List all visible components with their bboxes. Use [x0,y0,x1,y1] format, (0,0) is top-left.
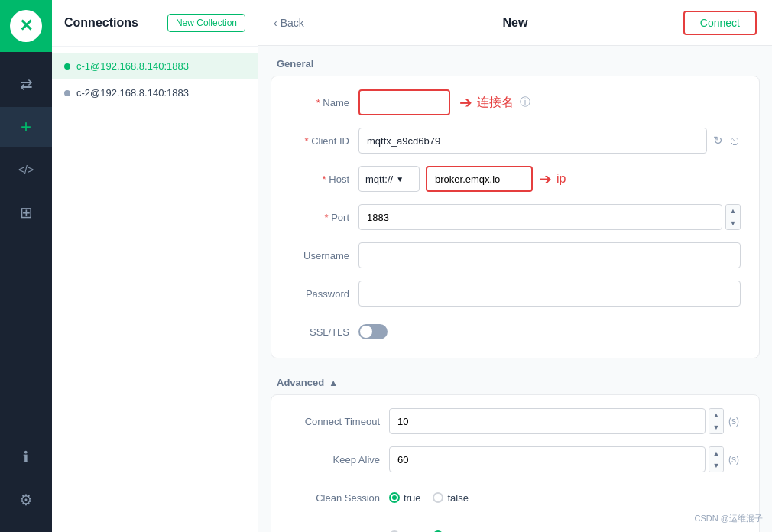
ssl-label: SSL/TLS [290,326,358,338]
logo-circle: ✕ [10,10,42,42]
host-annotation-text: ip [556,172,566,186]
connection-item-c1[interactable]: c-1@192.168.8.140:1883 [52,53,258,79]
main-content: ‹ Back New Connect General Name ➔ 连接名 ⓘ [258,0,772,532]
connections-header: Connections New Collection [52,0,258,47]
sidebar-bottom: ℹ ⚙ [0,437,52,532]
back-chevron-icon: ‹ [274,17,277,29]
port-increment-button[interactable]: ▲ [726,205,740,217]
connect-timeout-input[interactable] [389,408,706,434]
name-input[interactable] [358,89,450,115]
keep-alive-input[interactable] [389,446,706,472]
clean-session-true-label: true [404,492,420,504]
port-decrement-button[interactable]: ▼ [726,217,740,229]
clean-session-true-dot [392,495,397,500]
name-label: Name [290,97,358,109]
username-row: Username [290,242,741,269]
connect-timeout-unit: (s) [728,416,741,427]
connection-item-c2[interactable]: c-2@192.168.8.140:1883 [52,79,258,106]
client-id-row: Client ID ↻ ⏲ [290,127,741,154]
clock-icon[interactable]: ⏲ [729,135,741,148]
port-label: Port [290,212,358,223]
host-wrap: mqtt:// ▼ ➔ ip [358,166,741,192]
username-label: Username [290,250,358,261]
clean-session-row: Clean Session true false [290,484,741,511]
timeout-decrement-button[interactable]: ▼ [709,421,723,433]
advanced-section-header[interactable]: Advanced ▲ [258,368,772,394]
page-title: New [503,16,528,30]
sidebar-logo[interactable]: ✕ [0,0,52,52]
keep-alive-row: Keep Alive ▲ ▼ (s) [290,446,741,473]
code-icon: </> [18,164,34,176]
connections-title: Connections [64,16,138,30]
connections-panel: Connections New Collection c-1@192.168.8… [52,0,258,532]
username-input[interactable] [358,242,741,268]
auto-reconnect-row: Auto Reconnect true false [290,522,741,532]
password-row: Password [290,280,741,307]
connect-button[interactable]: Connect [683,11,757,35]
name-row: Name ➔ 连接名 ⓘ [290,89,741,116]
sidebar-nav: ⇄ + </> ⊞ [0,52,52,437]
clean-session-label: Clean Session [290,492,389,504]
keep-alive-wrap: ▲ ▼ [389,446,724,472]
keep-alive-unit: (s) [728,454,741,465]
client-id-wrap: ↻ ⏲ [358,128,741,154]
host-label: Host [290,174,358,185]
keep-alive-label: Keep Alive [290,454,389,466]
back-label: Back [281,17,304,29]
host-input[interactable] [426,166,533,192]
refresh-icon[interactable]: ↻ [713,134,723,148]
port-input[interactable] [358,204,722,230]
back-button[interactable]: ‹ Back [274,17,304,29]
port-wrap: ▲ ▼ [358,204,741,230]
timeout-increment-button[interactable]: ▲ [709,409,723,421]
connection-status-dot-c1 [64,63,70,70]
password-input[interactable] [358,281,741,307]
connections-icon: ⇄ [20,75,33,93]
add-icon: + [21,116,31,138]
sidebar-item-grid[interactable]: ⊞ [0,193,52,232]
host-row: Host mqtt:// ▼ ➔ ip [290,165,741,193]
name-info-icon[interactable]: ⓘ [520,96,530,109]
protocol-chevron-icon: ▼ [396,175,404,183]
name-annotation: ➔ 连接名 [459,93,514,112]
sidebar-item-code[interactable]: </> [0,150,52,190]
clean-session-false-option[interactable]: false [433,492,468,504]
advanced-section: Connect Timeout ▲ ▼ (s) Keep Alive ▲ [271,394,760,532]
topbar: ‹ Back New Connect [258,0,772,46]
sidebar-item-settings[interactable]: ⚙ [0,480,52,520]
sidebar-item-connections[interactable]: ⇄ [0,64,52,104]
connection-label-c2: c-2@192.168.8.140:1883 [76,87,189,99]
arrow-right-icon: ➔ [459,93,472,112]
ssl-toggle[interactable] [358,324,388,339]
logo-icon: ✕ [19,16,33,36]
password-label: Password [290,288,358,300]
clean-session-true-option[interactable]: true [389,492,420,504]
keep-alive-stepper: ▲ ▼ [709,446,724,472]
connect-timeout-stepper: ▲ ▼ [709,408,724,434]
protocol-select[interactable]: mqtt:// ▼ [358,166,420,192]
connect-timeout-label: Connect Timeout [290,416,389,427]
ssl-toggle-wrap [358,324,388,339]
host-arrow-icon: ➔ [539,170,552,188]
sidebar: ✕ ⇄ + </> ⊞ ℹ ⚙ [0,0,52,532]
sidebar-item-info[interactable]: ℹ [0,437,52,477]
clean-session-false-label: false [447,492,468,504]
grid-icon: ⊞ [20,203,33,222]
info-icon: ℹ [23,448,29,466]
keepalive-increment-button[interactable]: ▲ [709,447,723,459]
sidebar-item-add[interactable]: + [0,107,52,147]
advanced-label: Advanced [277,377,324,388]
name-input-wrap: ➔ 连接名 ⓘ [358,89,741,115]
keepalive-decrement-button[interactable]: ▼ [709,459,723,472]
connection-label-c1: c-1@192.168.8.140:1883 [76,60,189,72]
connect-timeout-row: Connect Timeout ▲ ▼ (s) [290,407,741,435]
client-id-input[interactable] [358,128,707,154]
ssl-row: SSL/TLS [290,318,741,345]
connection-status-dot-c2 [64,90,70,96]
clean-session-true-radio[interactable] [389,492,400,503]
new-collection-button[interactable]: New Collection [167,14,245,32]
host-annotation: ➔ ip [539,170,566,188]
port-stepper: ▲ ▼ [725,204,741,230]
clean-session-radio-group: true false [389,492,469,504]
clean-session-false-radio[interactable] [433,492,443,503]
